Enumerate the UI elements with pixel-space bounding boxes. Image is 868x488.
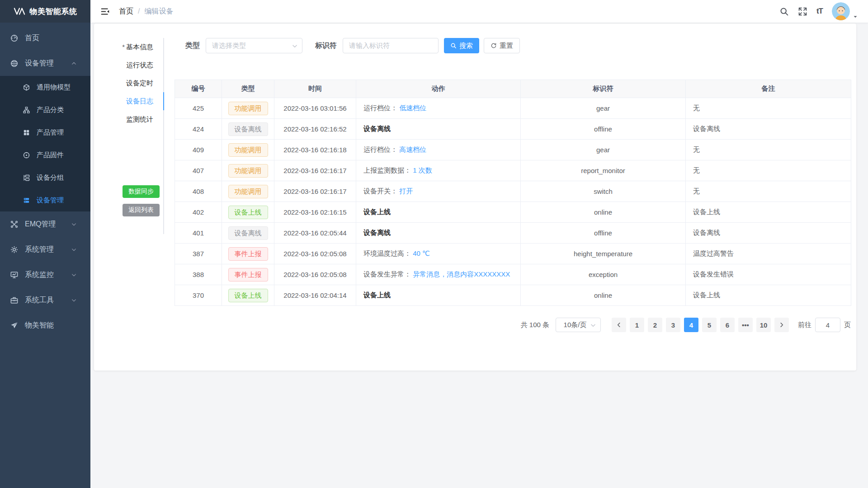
cell-remark: 设备离线 — [686, 223, 851, 244]
table-row: 409功能调用2022-03-16 02:16:18运行档位： 高速档位gear… — [175, 140, 851, 160]
cell-type: 设备上线 — [222, 285, 274, 306]
tab-device-log[interactable]: 设备日志 — [103, 92, 163, 110]
menu-fold-icon[interactable] — [100, 7, 110, 16]
app-root: 物美智能系统 首页设备管理通用物模型产品分类产品管理产品固件设备分组设备管理EM… — [0, 0, 868, 488]
tab-label: 基本信息 — [126, 43, 153, 51]
sidebar-item-wumei-smart[interactable]: 物美智能 — [0, 313, 90, 338]
sidebar-item-emq-management[interactable]: EMQ管理 — [0, 211, 90, 237]
sidebar-item-system-management[interactable]: 系统管理 — [0, 237, 90, 262]
refresh-icon — [491, 42, 497, 49]
chevron-down-icon — [71, 297, 77, 303]
detail-tabs: *基本信息运行状态设备定时设备日志监测统计 数据同步 返回列表 — [103, 38, 164, 234]
search-icon[interactable] — [779, 7, 789, 16]
cell-time: 2022-03-16 03:01:56 — [274, 98, 356, 119]
sidebar-item-product-category[interactable]: 产品分类 — [0, 99, 90, 121]
gear-icon — [10, 245, 19, 254]
sidebar-item-label: EMQ管理 — [25, 220, 56, 229]
cell-id: 425 — [175, 98, 222, 119]
cell-time: 2022-03-16 02:16:52 — [274, 119, 356, 140]
sidebar-item-thing-model[interactable]: 通用物模型 — [0, 76, 90, 99]
prev-page-button[interactable] — [612, 318, 626, 332]
sidebar-item-label: 设备管理 — [37, 196, 64, 205]
cell-type: 功能调用 — [222, 181, 274, 202]
log-type-tag: 设备离线 — [228, 122, 268, 136]
cell-id: 388 — [175, 264, 222, 285]
table-row: 370设备上线2022-03-16 02:04:14设备上线online设备上线 — [175, 285, 851, 306]
cell-time: 2022-03-16 02:05:08 — [274, 264, 356, 285]
tab-basic-info[interactable]: *基本信息 — [103, 38, 163, 56]
tab-run-status[interactable]: 运行状态 — [103, 56, 163, 74]
action-value-link[interactable]: 低速档位 — [399, 104, 426, 112]
log-type-tag: 设备离线 — [228, 226, 268, 240]
tab-monitor-stats[interactable]: 监测统计 — [103, 110, 163, 128]
log-type-tag: 功能调用 — [228, 164, 268, 178]
sidebar-item-product-management[interactable]: 产品管理 — [0, 121, 90, 144]
sidebar-item-device-list[interactable]: 设备管理 — [0, 189, 90, 211]
sidebar-item-product-firmware[interactable]: 产品固件 — [0, 144, 90, 166]
sidebar-item-home[interactable]: 首页 — [0, 25, 90, 51]
identifier-input[interactable]: 请输入标识符 — [343, 38, 439, 53]
table-row: 402设备上线2022-03-16 02:16:15设备上线online设备上线 — [175, 202, 851, 223]
action-value-link[interactable]: 打开 — [399, 187, 413, 195]
breadcrumb-home[interactable]: 首页 — [119, 7, 133, 16]
sidebar-item-label: 物美智能 — [25, 321, 54, 330]
sidebar-item-label: 系统监控 — [25, 270, 54, 280]
logo-icon — [14, 7, 25, 15]
log-type-tag: 功能调用 — [228, 102, 268, 115]
cell-type: 功能调用 — [222, 98, 274, 119]
tab-device-timer[interactable]: 设备定时 — [103, 74, 163, 92]
cell-id: 370 — [175, 285, 222, 306]
pagination-total: 共 100 条 — [521, 321, 549, 329]
page-button-1[interactable]: 1 — [630, 318, 644, 332]
action-value-link[interactable]: 40 ℃ — [413, 249, 430, 257]
reset-button[interactable]: 重置 — [484, 38, 520, 53]
page-button-6[interactable]: 6 — [720, 318, 735, 332]
cell-remark: 设备上线 — [686, 285, 851, 306]
tab-label: 监测统计 — [126, 115, 153, 123]
sidebar-submenu-device-management: 通用物模型产品分类产品管理产品固件设备分组设备管理 — [0, 76, 90, 211]
tab-label: 设备日志 — [126, 97, 153, 105]
device-list-icon — [23, 197, 30, 204]
sidebar-item-label: 通用物模型 — [37, 83, 71, 92]
action-value-link[interactable]: 1 次数 — [413, 166, 432, 174]
page-button-4[interactable]: 4 — [684, 318, 698, 332]
chevron-down-icon — [71, 272, 77, 278]
sidebar-item-device-group[interactable]: 设备分组 — [0, 166, 90, 189]
cell-type: 设备离线 — [222, 223, 274, 244]
search-button[interactable]: 搜索 — [444, 38, 479, 53]
cell-identifier: gear — [521, 98, 686, 119]
log-type-tag: 功能调用 — [228, 143, 268, 157]
goto-page-input[interactable]: 4 — [815, 318, 840, 332]
avatar[interactable] — [832, 2, 850, 20]
user-menu[interactable] — [832, 2, 858, 20]
action-label: 运行档位： — [363, 145, 397, 153]
action-label: 环境温度过高： — [363, 249, 411, 257]
identifier-filter-label: 标识符 — [315, 41, 337, 51]
more-pages-button[interactable]: ••• — [738, 318, 753, 332]
page-size-select[interactable]: 10条/页 — [556, 318, 601, 332]
sidebar-item-device-management[interactable]: 设备管理 — [0, 51, 90, 76]
cell-type: 功能调用 — [222, 140, 274, 160]
font-size-icon[interactable]: tT — [816, 7, 823, 16]
page-button-5[interactable]: 5 — [702, 318, 717, 332]
action-value-link[interactable]: 高速档位 — [399, 145, 426, 153]
table-row: 388事件上报2022-03-16 02:05:08设备发生异常： 异常消息，消… — [175, 264, 851, 285]
page-button-3[interactable]: 3 — [666, 318, 680, 332]
page-button-2[interactable]: 2 — [648, 318, 662, 332]
next-page-button[interactable] — [774, 318, 789, 332]
cell-remark: 设备发生错误 — [686, 264, 851, 285]
cell-remark: 设备离线 — [686, 119, 851, 140]
data-sync-button[interactable]: 数据同步 — [123, 185, 160, 198]
sidebar-item-system-tools[interactable]: 系统工具 — [0, 287, 90, 313]
action-text: 设备离线 — [363, 229, 391, 236]
main-area: 首页 / 编辑设备 tT — [90, 0, 868, 488]
cell-action: 设备上线 — [356, 202, 521, 223]
fullscreen-icon[interactable] — [798, 7, 807, 16]
back-to-list-button[interactable]: 返回列表 — [123, 204, 160, 216]
action-value-link[interactable]: 异常消息，消息内容XXXXXXXX — [413, 270, 510, 278]
page-button-10[interactable]: 10 — [756, 318, 771, 332]
type-select[interactable]: 请选择类型 — [206, 38, 302, 53]
device-edit-card: *基本信息运行状态设备定时设备日志监测统计 数据同步 返回列表 类型 请选择类型 — [94, 23, 856, 371]
cell-remark: 无 — [686, 181, 851, 202]
sidebar-item-system-monitor[interactable]: 系统监控 — [0, 262, 90, 287]
